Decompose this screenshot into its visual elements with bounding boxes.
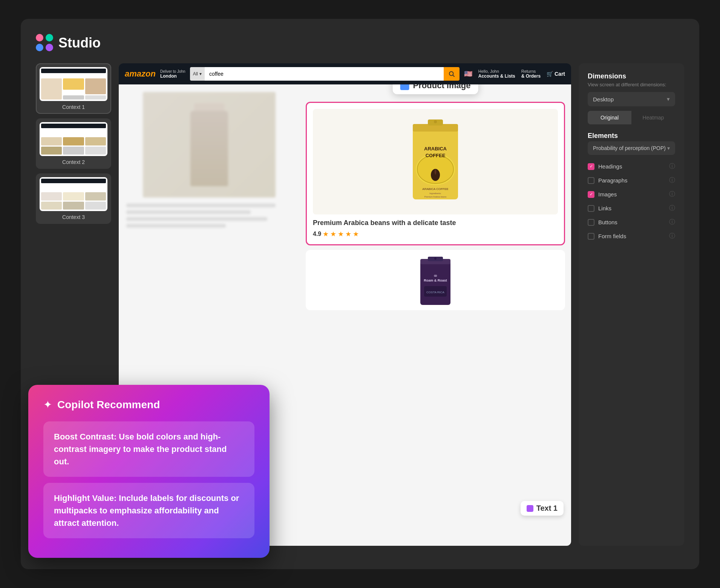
chevron-down-icon: ▾ bbox=[667, 96, 670, 103]
amazon-logo: amazon bbox=[125, 69, 156, 79]
deliver-location: London bbox=[160, 74, 185, 79]
recommend-text-2: Highlight Value: Include labels for disc… bbox=[54, 492, 244, 529]
app-logo bbox=[36, 34, 54, 52]
returns-label: Returns bbox=[521, 69, 541, 74]
roam-coffee-svg: ꝏ Roam & Roast COSTA RICA bbox=[418, 256, 452, 309]
dimensions-section: Dimensions View screen at different dime… bbox=[588, 72, 675, 124]
stars-row: 4.9 ★ ★ ★ ★ ★ bbox=[313, 230, 558, 238]
headings-label: Headings bbox=[598, 163, 622, 170]
heatmap-toggle[interactable]: Heatmap bbox=[631, 111, 675, 124]
svg-point-0 bbox=[449, 72, 453, 76]
context-thumbnail-1 bbox=[40, 67, 107, 101]
product-card: ARABICA COFFEE ARABICA COFFEE Ingredient… bbox=[306, 102, 565, 245]
context-label-3: Context 3 bbox=[40, 214, 107, 220]
account-label: Hello, John bbox=[478, 69, 515, 74]
svg-rect-14 bbox=[420, 260, 450, 305]
element-row-images: Images ⓘ bbox=[588, 187, 675, 201]
context-item-1[interactable]: Context 1 bbox=[36, 63, 111, 114]
right-panel: Dimensions View screen at different dime… bbox=[579, 63, 684, 546]
svg-point-5 bbox=[434, 120, 437, 123]
cart-label: Cart bbox=[555, 71, 565, 77]
form-fields-info-icon[interactable]: ⓘ bbox=[669, 232, 675, 240]
search-icon bbox=[448, 70, 455, 77]
element-row-paragraphs: Paragraphs ⓘ bbox=[588, 173, 675, 187]
svg-point-17 bbox=[434, 257, 437, 260]
recommend-card-2: Highlight Value: Include labels for disc… bbox=[43, 483, 254, 538]
account-section: 🇺🇸 Hello, John Accounts & Lists Returns … bbox=[464, 69, 565, 79]
dimensions-selected: Desktop bbox=[593, 96, 614, 103]
context-thumbnail-3 bbox=[40, 177, 107, 211]
element-row-buttons: Buttons ⓘ bbox=[588, 215, 675, 229]
buttons-label: Buttons bbox=[598, 219, 617, 225]
blurred-text bbox=[126, 204, 292, 228]
product-image-label: Product image bbox=[393, 84, 478, 94]
account-info: Hello, John Accounts & Lists bbox=[478, 69, 515, 79]
dimensions-subtitle: View screen at different dimensions: bbox=[588, 82, 675, 87]
copilot-star-icon: ✦ bbox=[43, 398, 52, 411]
arabica-coffee-svg: ARABICA COFFEE ARABICA COFFEE Ingredient… bbox=[405, 116, 466, 207]
second-product-card: ꝏ Roam & Roast COSTA RICA bbox=[306, 250, 565, 310]
star-2: ★ bbox=[330, 230, 336, 238]
star-3: ★ bbox=[338, 230, 344, 238]
images-checkbox[interactable] bbox=[588, 191, 594, 198]
text-label-text: Text 1 bbox=[536, 504, 558, 513]
context-label-2: Context 2 bbox=[40, 159, 107, 165]
svg-text:Roam & Roast: Roam & Roast bbox=[424, 279, 447, 282]
form-fields-checkbox[interactable] bbox=[588, 233, 594, 240]
copilot-panel: ✦ Copilot Recommend Boost Contrast: Use … bbox=[28, 385, 270, 558]
text-dot bbox=[527, 505, 533, 512]
images-info-icon[interactable]: ⓘ bbox=[669, 190, 675, 198]
links-checkbox[interactable] bbox=[588, 205, 594, 212]
context-label-1: Context 1 bbox=[40, 104, 107, 110]
logo-dot-teal bbox=[46, 34, 53, 41]
links-label: Links bbox=[598, 205, 611, 211]
svg-text:Ingredients:: Ingredients: bbox=[429, 192, 441, 194]
search-button[interactable] bbox=[444, 67, 460, 81]
app-container: Studio Context 1 bbox=[21, 19, 699, 569]
links-info-icon[interactable]: ⓘ bbox=[669, 204, 675, 212]
browser-bar: amazon Deliver to John London All ▾ bbox=[119, 63, 571, 84]
flag-icon: 🇺🇸 bbox=[464, 70, 472, 78]
deliver-label: Deliver to John bbox=[160, 69, 185, 74]
context-item-3[interactable]: Context 3 bbox=[36, 173, 111, 224]
element-row-form-fields: Form fields ⓘ bbox=[588, 229, 675, 243]
copilot-header: ✦ Copilot Recommend bbox=[43, 398, 254, 411]
search-input[interactable] bbox=[205, 67, 444, 81]
element-row-headings: Headings ⓘ bbox=[588, 159, 675, 173]
star-4: ★ bbox=[345, 230, 351, 238]
elements-section: Elements Probability of perception (POP)… bbox=[588, 132, 675, 243]
cart-info[interactable]: 🛒 Cart bbox=[547, 71, 565, 77]
form-fields-label: Form fields bbox=[598, 233, 626, 239]
app-title: Studio bbox=[58, 35, 101, 51]
svg-text:ARABICA: ARABICA bbox=[424, 146, 447, 152]
dimensions-dropdown[interactable]: Desktop ▾ bbox=[588, 92, 675, 106]
deliver-info: Deliver to John London bbox=[160, 69, 185, 79]
elements-dropdown[interactable]: Probability of perception (POP) ▾ bbox=[588, 141, 675, 155]
paragraphs-info-icon[interactable]: ⓘ bbox=[669, 176, 675, 184]
rating-number: 4.9 bbox=[313, 231, 321, 237]
svg-text:Premium Arabica beans: Premium Arabica beans bbox=[424, 196, 447, 198]
original-toggle[interactable]: Original bbox=[588, 111, 631, 124]
svg-text:ꝏ: ꝏ bbox=[434, 274, 437, 277]
buttons-info-icon[interactable]: ⓘ bbox=[669, 218, 675, 226]
buttons-checkbox[interactable] bbox=[588, 219, 594, 226]
product-label-dot bbox=[400, 84, 409, 90]
context-thumbnail-2 bbox=[40, 122, 107, 156]
context-item-2[interactable]: Context 2 bbox=[36, 118, 111, 169]
headings-checkbox[interactable] bbox=[588, 163, 594, 170]
logo-dot-blue bbox=[36, 44, 43, 51]
recommend-text-1: Boost Contrast: Use bold colors and high… bbox=[54, 430, 244, 468]
star-1: ★ bbox=[323, 230, 329, 238]
text-label: Text 1 bbox=[521, 501, 564, 516]
recommend-card-1: Boost Contrast: Use bold colors and high… bbox=[43, 421, 254, 477]
header: Studio bbox=[36, 34, 684, 52]
logo-dot-pink bbox=[36, 34, 43, 41]
elements-title: Elements bbox=[588, 132, 675, 140]
svg-line-1 bbox=[453, 75, 454, 77]
headings-info-icon[interactable]: ⓘ bbox=[669, 162, 675, 170]
paragraphs-label: Paragraphs bbox=[598, 177, 628, 184]
svg-text:COSTA RICA: COSTA RICA bbox=[426, 291, 445, 294]
search-category[interactable]: All ▾ bbox=[190, 67, 205, 81]
svg-text:COFFEE: COFFEE bbox=[426, 153, 446, 158]
paragraphs-checkbox[interactable] bbox=[588, 177, 594, 184]
